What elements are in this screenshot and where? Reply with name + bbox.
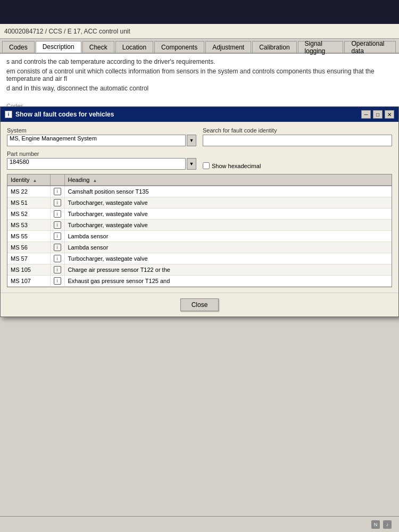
tab-description[interactable]: Description: [36, 41, 81, 53]
tab-location[interactable]: Location: [115, 41, 153, 53]
info-icon[interactable]: i: [54, 244, 61, 251]
table-row[interactable]: MS 51iTurbocharger, wastegate valve: [7, 197, 392, 209]
identity-sort-icon: ▲: [33, 178, 37, 183]
info-icon[interactable]: i: [54, 210, 61, 218]
info-icon[interactable]: i: [54, 188, 61, 195]
table-row[interactable]: MS 56iLambda sensor: [7, 242, 392, 253]
cell-icon[interactable]: i: [50, 220, 64, 231]
tab-adjustment[interactable]: Adjustment: [205, 41, 251, 53]
cell-icon[interactable]: i: [50, 276, 64, 287]
partnum-label: Part number: [7, 151, 196, 157]
tab-bar: Codes Description Check Location Compone…: [0, 39, 399, 54]
cell-icon[interactable]: i: [50, 231, 64, 242]
tab-components[interactable]: Components: [154, 41, 204, 53]
partnum-field-group: Part number 184580 ▼: [7, 151, 196, 170]
top-bar: [0, 0, 399, 24]
modal-title-area: i Show all fault codes for vehicles: [5, 111, 114, 118]
tab-operationaldata[interactable]: Operational data: [344, 41, 396, 53]
info-icon[interactable]: i: [54, 255, 61, 262]
cell-identity: MS 51: [7, 197, 50, 209]
cell-identity: MS 22: [7, 186, 50, 197]
cell-identity: MS 105: [7, 264, 50, 276]
search-input[interactable]: [203, 135, 392, 146]
tray-sound-icon: ♪: [383, 520, 392, 529]
tab-check[interactable]: Check: [82, 41, 114, 53]
modal-body: System MS, Engine Management System ▼ Se…: [1, 122, 398, 293]
cell-icon[interactable]: i: [50, 242, 64, 253]
table-row[interactable]: MS 53iTurbocharger, wastegate valve: [7, 220, 392, 231]
th-identity[interactable]: Identity ▲: [7, 174, 50, 186]
modal-title-text: Show all fault codes for vehicles: [15, 111, 114, 118]
bg-content: s and controls the cab temperature accor…: [0, 54, 399, 98]
info-icon[interactable]: i: [54, 266, 61, 273]
search-field-group: Search for fault code identity: [203, 127, 392, 146]
cell-heading: Lambda sensor: [64, 231, 392, 242]
system-dropdown-button[interactable]: ▼: [187, 135, 196, 146]
cell-identity: MS 55: [7, 231, 50, 242]
bg-line1: s and controls the cab temperature accor…: [6, 58, 393, 65]
partnum-select-display[interactable]: 184580: [7, 158, 186, 170]
cell-heading: Camshaft position sensor T135: [64, 186, 392, 197]
modal-maximize-button[interactable]: □: [373, 110, 383, 119]
info-icon[interactable]: i: [54, 199, 61, 206]
breadcrumb-text: 40002084712 / CCS / E 17, ACC control un…: [4, 28, 130, 35]
cell-identity: MS 107: [7, 276, 50, 287]
tab-calibration[interactable]: Calibration: [252, 41, 296, 53]
table-row[interactable]: MS 105iCharge air pressure sensor T122 o…: [7, 264, 392, 276]
cell-icon[interactable]: i: [50, 264, 64, 276]
table-row[interactable]: MS 57iTurbocharger, wastegate valve: [7, 253, 392, 264]
fault-codes-tbody: MS 22iCamshaft position sensor T135MS 51…: [7, 186, 392, 287]
cell-icon[interactable]: i: [50, 186, 64, 197]
partnum-dropdown-button[interactable]: ▼: [187, 158, 196, 170]
system-select-display[interactable]: MS, Engine Management System: [7, 135, 186, 146]
table-row[interactable]: MS 107iExhaust gas pressure sensor T125 …: [7, 276, 392, 287]
hex-checkbox-row: Show hexadecimal: [203, 162, 392, 169]
tab-signallogging[interactable]: Signal logging: [298, 41, 344, 53]
cell-heading: Turbocharger, wastegate valve: [64, 209, 392, 220]
info-icon[interactable]: i: [54, 221, 61, 229]
modal-dialog: i Show all fault codes for vehicles ─ □ …: [0, 106, 399, 317]
info-icon[interactable]: i: [54, 277, 61, 285]
bg-line2: em consists of a control unit which coll…: [6, 68, 393, 82]
cell-icon[interactable]: i: [50, 253, 64, 264]
cell-heading: Turbocharger, wastegate valve: [64, 220, 392, 231]
table-row[interactable]: MS 52iTurbocharger, wastegate valve: [7, 209, 392, 220]
hex-checkbox-area: Show hexadecimal: [203, 151, 392, 169]
info-icon[interactable]: i: [54, 232, 61, 240]
th-heading[interactable]: Heading ▲: [64, 174, 392, 186]
modal-system-row: System MS, Engine Management System ▼ Se…: [7, 127, 392, 146]
modal-partnum-row: Part number 184580 ▼ Show hexadecimal: [7, 151, 392, 170]
table-row[interactable]: MS 55iLambda sensor: [7, 231, 392, 242]
heading-sort-icon: ▲: [93, 178, 97, 183]
modal-close-button[interactable]: ✕: [385, 110, 394, 119]
bg-line3: d and in this way, disconnect the automa…: [6, 85, 393, 92]
partnum-select-row: 184580 ▼: [7, 158, 196, 170]
system-tray: N ♪: [0, 516, 399, 532]
system-select-row: MS, Engine Management System ▼: [7, 135, 196, 146]
breadcrumb-bar: 40002084712 / CCS / E 17, ACC control un…: [0, 24, 399, 39]
show-hex-checkbox[interactable]: [203, 162, 210, 169]
tray-network-icon: N: [371, 520, 380, 529]
modal-minimize-button[interactable]: ─: [361, 110, 371, 119]
cell-identity: MS 57: [7, 253, 50, 264]
cell-identity: MS 53: [7, 220, 50, 231]
cell-icon[interactable]: i: [50, 209, 64, 220]
system-label: System: [7, 127, 196, 134]
cell-heading: Turbocharger, wastegate valve: [64, 197, 392, 209]
tab-codes[interactable]: Codes: [2, 41, 35, 53]
cell-heading: Exhaust gas pressure sensor T125 and: [64, 276, 392, 287]
close-button[interactable]: Close: [180, 298, 219, 311]
cell-icon[interactable]: i: [50, 197, 64, 209]
cell-identity: MS 56: [7, 242, 50, 253]
modal-controls: ─ □ ✕: [361, 110, 394, 119]
cell-heading: Charge air pressure sensor T122 or the: [64, 264, 392, 276]
table-header-row: Identity ▲ Heading ▲: [7, 174, 392, 186]
show-hex-label[interactable]: Show hexadecimal: [212, 163, 261, 169]
modal-footer: Close: [1, 293, 398, 317]
table-row[interactable]: MS 22iCamshaft position sensor T135: [7, 186, 392, 197]
search-label: Search for fault code identity: [203, 127, 392, 134]
fault-codes-table-container: Identity ▲ Heading ▲ MS 22iCamshaft posi…: [7, 174, 392, 287]
modal-title-icon: i: [5, 111, 12, 118]
cell-heading: Lambda sensor: [64, 242, 392, 253]
cell-heading: Turbocharger, wastegate valve: [64, 253, 392, 264]
